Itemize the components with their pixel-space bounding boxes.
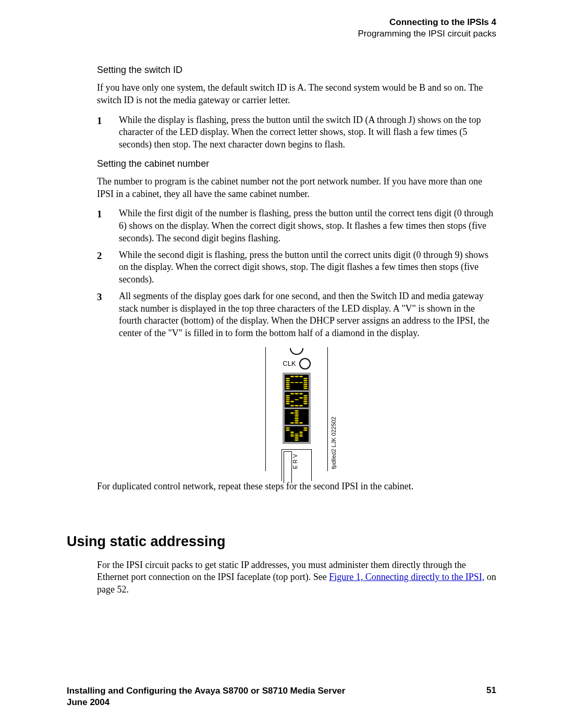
- clk-label: CLK: [283, 360, 296, 367]
- clk-led-icon: [299, 358, 311, 369]
- steps-cabinet-number: 1 While the first digit of the number is…: [97, 207, 496, 340]
- led-char-0: [285, 392, 309, 408]
- step-number: 2: [97, 249, 119, 286]
- section-switch-id: Setting the switch ID If you have only o…: [97, 65, 496, 493]
- led-panel: [283, 373, 311, 444]
- step-text: While the display is flashing, press the…: [119, 114, 496, 151]
- clk-row: CLK: [266, 358, 327, 369]
- faceplate-diagram: CLK E R V fpdlled2 LJK 022502: [265, 347, 328, 471]
- heading-cabinet-number: Setting the cabinet number: [97, 158, 496, 169]
- intro-switch-id: If you have only one system, the default…: [97, 82, 496, 107]
- page-number: 51: [486, 685, 496, 708]
- step-item: 2 While the second digit is flashing, pr…: [97, 249, 496, 286]
- figure-led-faceplate: CLK E R V fpdlled2 LJK 022502: [97, 347, 496, 471]
- led-char-a: [285, 375, 309, 390]
- heading-static-addressing: Using static addressing: [67, 534, 496, 550]
- after-figure-note: For duplicated control network, repeat t…: [97, 480, 496, 493]
- text: The number to program is the cabinet num…: [97, 176, 272, 187]
- step-item: 1 While the display is flashing, press t…: [97, 114, 496, 151]
- footer-left: Installing and Configuring the Avaya S87…: [67, 685, 345, 708]
- step-item: 3 All segments of the display goes dark …: [97, 290, 496, 340]
- step-number: 3: [97, 290, 119, 340]
- page-footer: Installing and Configuring the Avaya S87…: [67, 685, 496, 708]
- header-chapter: Connecting to the IPSIs 4: [67, 17, 496, 28]
- para-static-addressing: For the IPSI circuit packs to get static…: [97, 559, 496, 596]
- steps-switch-id: 1 While the display is flashing, press t…: [97, 114, 496, 151]
- lower-box-inner: [284, 451, 292, 483]
- step-number: 1: [97, 207, 119, 244]
- step-item: 1 While the first digit of the number is…: [97, 207, 496, 244]
- step-text: All segments of the display goes dark fo…: [119, 290, 496, 340]
- section-static-addressing: For the IPSI circuit packs to get static…: [97, 559, 496, 596]
- document-page: Connecting to the IPSIs 4 Programming th…: [0, 0, 563, 728]
- figure-1-link[interactable]: Figure 1, Connecting directly to the IPS…: [329, 572, 484, 582]
- running-header: Connecting to the IPSIs 4 Programming th…: [67, 17, 496, 40]
- figure-code: fpdlled2 LJK 022502: [331, 417, 337, 469]
- led-char-1: [285, 409, 309, 425]
- led-char-v: [285, 426, 309, 442]
- led-top-icon: [290, 348, 303, 355]
- text: the media gateway or carrier letter.: [157, 95, 290, 105]
- not-emphasis: not: [145, 95, 157, 105]
- step-text: While the second digit is flashing, pres…: [119, 249, 496, 286]
- footer-date: June 2004: [67, 697, 109, 707]
- step-number: 1: [97, 114, 119, 151]
- header-section: Programming the IPSI circuit packs: [67, 28, 496, 40]
- step-text: While the first digit of the number is f…: [119, 207, 496, 244]
- heading-switch-id: Setting the switch ID: [97, 65, 496, 76]
- intro-cabinet-number: The number to program is the cabinet num…: [97, 176, 496, 201]
- footer-title: Installing and Configuring the Avaya S87…: [67, 686, 345, 696]
- vertical-label-inner: E R V: [292, 454, 298, 469]
- not-emphasis: not: [272, 177, 284, 187]
